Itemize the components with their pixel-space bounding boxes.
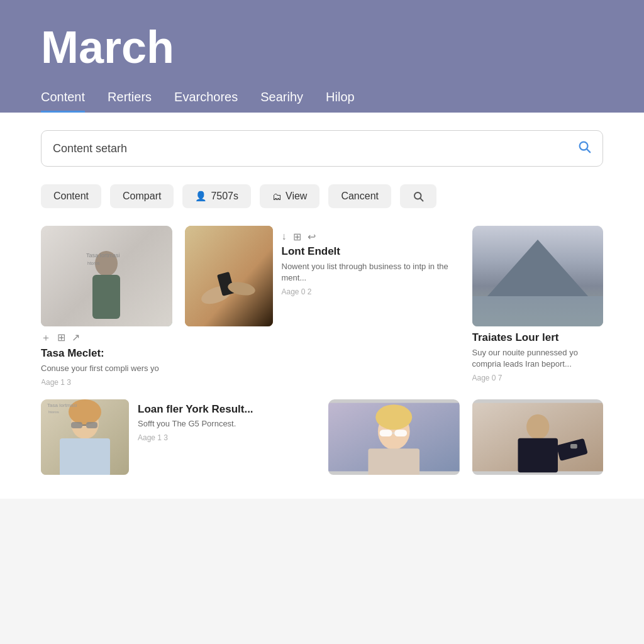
card-6-image: [472, 399, 604, 475]
filter-row: Content Compart 👤 7507s 🗂 View Cancent: [41, 184, 603, 208]
svg-rect-28: [368, 448, 419, 475]
card-1-image: Tasa Iortmasi htoros: [41, 226, 172, 326]
nav-tabs: Content Rertiers Evarchores Searihy Hilo…: [41, 90, 603, 113]
card-3[interactable]: Traiates Lour lert Suy our nouite punnes…: [472, 226, 604, 387]
filter-compart[interactable]: Compart: [110, 184, 174, 208]
share-icon[interactable]: ↗: [72, 331, 80, 345]
card-4-desc: Sofft you The G5 Porncest.: [138, 418, 316, 430]
card-2-title: Lont Endelt: [282, 245, 460, 258]
search-bar: [41, 130, 603, 167]
card-2-meta: Aage 0 2: [282, 287, 460, 296]
svg-line-3: [420, 199, 423, 201]
svg-rect-26: [394, 430, 407, 436]
filter-compart-label: Compart: [123, 191, 161, 202]
search-input[interactable]: [53, 142, 577, 155]
svg-point-24: [375, 404, 412, 430]
add-icon[interactable]: ＋: [41, 331, 51, 345]
water-shape: [472, 296, 604, 326]
card-2-desc: Nowent you list through business to intp…: [282, 261, 460, 284]
svg-text:htoros: htoros: [48, 410, 59, 414]
tab-evarchores[interactable]: Evarchores: [174, 90, 238, 113]
svg-rect-25: [380, 430, 392, 436]
filter-view[interactable]: 🗂 View: [260, 184, 319, 208]
card-4-title: Loan fler York Result...: [138, 403, 316, 416]
svg-rect-5: [92, 275, 120, 319]
card-2[interactable]: ↓ ⊞ ↩ Lont Endelt Nowent you list throug…: [185, 226, 460, 387]
filter-content[interactable]: Content: [41, 184, 101, 208]
card-4-meta: Aage 1 3: [138, 433, 316, 442]
page-title: March: [41, 23, 603, 72]
filter-content-label: Content: [53, 191, 89, 202]
svg-text:htoros: htoros: [87, 261, 100, 265]
card-4-image: Tasa Iortmasi htoros: [41, 399, 129, 475]
svg-rect-31: [518, 438, 557, 472]
card-1[interactable]: Tasa Iortmasi htoros ＋ ⊞ ↗ Tasa Meclet: …: [41, 226, 172, 387]
mountain-shape: [487, 240, 588, 296]
main-content: Content Compart 👤 7507s 🗂 View Cancent: [0, 113, 644, 499]
person-icon: 👤: [195, 191, 207, 202]
card-1-title: Tasa Meclet:: [41, 347, 172, 360]
grid2-icon[interactable]: ⊞: [293, 231, 301, 243]
reply-icon[interactable]: ↩: [308, 231, 316, 243]
card-2-actions: ↓ ⊞ ↩: [282, 226, 460, 245]
card-3-meta: Aage 0 7: [472, 374, 604, 382]
card-5-image: [328, 399, 460, 475]
search-filter-icon: [413, 191, 424, 202]
svg-point-30: [526, 414, 549, 440]
card-2-image: [185, 226, 273, 326]
svg-rect-33: [570, 444, 577, 448]
tab-searihy[interactable]: Searihy: [260, 90, 303, 113]
filter-7507s[interactable]: 👤 7507s: [182, 184, 251, 208]
person-silhouette-1: Tasa Iortmasi htoros: [81, 245, 131, 326]
svg-text:Tasa Iortmasi: Tasa Iortmasi: [47, 402, 77, 408]
card-3-title: Traiates Lour lert: [472, 331, 604, 344]
svg-rect-19: [60, 438, 110, 475]
card-1-meta: Aage 1 3: [41, 378, 172, 387]
svg-rect-16: [71, 422, 82, 428]
filter-cancent-label: Cancent: [341, 191, 379, 202]
filter-7507s-label: 7507s: [211, 191, 238, 202]
card-3-desc: Suy our nouite punnessed yo compria lead…: [472, 347, 604, 370]
card-4[interactable]: Tasa Iortmasi htoros Loan fler York Resu…: [41, 399, 316, 479]
svg-line-1: [587, 149, 590, 152]
card-5[interactable]: [328, 399, 460, 479]
card-1-desc: Conuse your first compli wers yo: [41, 363, 172, 374]
tab-content[interactable]: Content: [41, 90, 85, 113]
woman2-silhouette: [328, 399, 460, 475]
tab-rertiers[interactable]: Rertiers: [108, 90, 152, 113]
card-1-actions: ＋ ⊞ ↗: [41, 326, 172, 347]
grid-icon[interactable]: ⊞: [57, 331, 65, 345]
filter-search-icon-btn[interactable]: [400, 184, 436, 208]
filter-view-label: View: [286, 191, 307, 202]
woman-silhouette: Tasa Iortmasi htoros: [41, 399, 129, 475]
down-icon[interactable]: ↓: [282, 231, 287, 243]
card-2-content: ↓ ⊞ ↩ Lont Endelt Nowent you list throug…: [282, 226, 460, 296]
business-silhouette: [185, 226, 273, 326]
card-6[interactable]: [472, 399, 604, 479]
search-button[interactable]: [577, 140, 591, 157]
person3-silhouette: [472, 399, 604, 475]
card-grid: Tasa Iortmasi htoros ＋ ⊞ ↗ Tasa Meclet: …: [41, 226, 603, 479]
svg-text:Tasa Iortmasi: Tasa Iortmasi: [86, 252, 120, 258]
filter-cancent[interactable]: Cancent: [328, 184, 391, 208]
view-icon: 🗂: [272, 191, 282, 202]
card-3-image: [472, 226, 604, 326]
search-icon: [577, 140, 591, 153]
svg-rect-17: [86, 422, 97, 428]
tab-hilop[interactable]: Hilop: [326, 90, 355, 113]
header: March Content Rertiers Evarchores Searih…: [0, 0, 644, 113]
card-4-content: Loan fler York Result... Sofft you The G…: [138, 399, 316, 443]
